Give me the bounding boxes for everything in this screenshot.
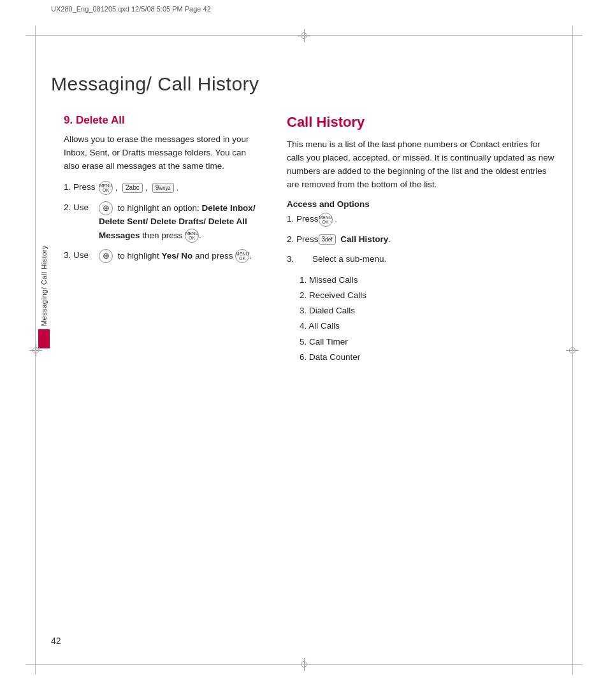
right-step-3-content: Select a sub-menu. — [312, 253, 557, 266]
right-section-heading: Call History — [287, 114, 557, 131]
sub-list-item-5: 5. Call Timer — [300, 334, 557, 350]
sub-list-item-4: 4. All Calls — [300, 318, 557, 334]
9wxyz-icon: 9wxyz — [152, 183, 174, 193]
sub-list: 1. Missed Calls 2. Received Calls 3. Dia… — [300, 273, 557, 366]
menu-ok-icon-1: MENUOK — [99, 181, 113, 195]
right-step-2: 2. Press 3 def Call History. — [287, 233, 557, 246]
menu-ok-icon-3: MENUOK — [235, 249, 249, 263]
page-border-top — [25, 35, 583, 36]
step-2-num: 2. Use — [64, 201, 99, 243]
right-step-3-num: 3. — [287, 253, 312, 266]
left-section-body: Allows you to erase the messages stored … — [64, 133, 261, 173]
right-step-1-content: MENUOK . — [319, 213, 557, 227]
2abc-icon: 2abc — [122, 183, 143, 193]
step-3: 3. Use ⊕ to highlight Yes/ No and press … — [64, 249, 261, 263]
nav-icon-3: ⊕ — [99, 249, 113, 263]
right-step-3: 3. Select a sub-menu. — [287, 253, 557, 266]
sub-list-item-1: 1. Missed Calls — [300, 273, 557, 288]
sidebar-bar — [38, 329, 50, 348]
sub-list-item-3: 3. Dialed Calls — [300, 303, 557, 318]
step-1-content: MENUOK , 2abc , 9wxyz . — [99, 181, 261, 195]
page-border-left — [35, 25, 36, 675]
sidebar-label: Messaging/ Call History — [40, 242, 48, 326]
step-1-num: 1. Press — [64, 181, 99, 195]
main-content: Messaging/ Call History 9. Delete All Al… — [51, 45, 557, 655]
step-2: 2. Use ⊕ to highlight an option: Delete … — [64, 201, 261, 243]
right-step-1: 1. Press MENUOK . — [287, 213, 557, 227]
crosshair-top — [298, 29, 310, 42]
right-step-2-num: 2. Press — [287, 233, 319, 246]
sidebar-tab: Messaging/ Call History — [36, 242, 52, 382]
right-step-1-num: 1. Press — [287, 213, 319, 227]
right-column: Call History This menu is a list of the … — [287, 114, 557, 365]
access-heading: Access and Options — [287, 199, 557, 209]
left-column: 9. Delete All Allows you to erase the me… — [64, 114, 261, 365]
header-bar: UX280_Eng_081205.qxd 12/5/08 5:05 PM Pag… — [51, 5, 557, 13]
right-step-2-content: 3 def Call History. — [319, 233, 557, 246]
page-border-right — [572, 25, 573, 675]
step-3-num: 3. Use — [64, 249, 99, 263]
3def-icon: 3 def — [319, 234, 336, 245]
header-text: UX280_Eng_081205.qxd 12/5/08 5:05 PM Pag… — [51, 5, 211, 13]
right-section-body: This menu is a list of the last phone nu… — [287, 138, 557, 192]
left-section-heading: 9. Delete All — [64, 114, 261, 127]
page-border-bottom — [25, 664, 583, 665]
sub-list-item-2: 2. Received Calls — [300, 288, 557, 303]
nav-icon-2: ⊕ — [99, 201, 113, 215]
step-2-content: ⊕ to highlight an option: Delete Inbox/ … — [99, 201, 261, 243]
two-column-layout: 9. Delete All Allows you to erase the me… — [64, 114, 557, 365]
menu-ok-icon-r1: MENUOK — [319, 213, 333, 227]
step-1: 1. Press MENUOK , 2abc , 9wxyz . — [64, 181, 261, 195]
menu-ok-icon-2: MENUOK — [185, 229, 199, 243]
step-3-content: ⊕ to highlight Yes/ No and press MENUOK. — [99, 249, 261, 263]
page-title: Messaging/ Call History — [51, 73, 557, 95]
page-number: 42 — [51, 636, 61, 646]
sub-list-item-6: 6. Data Counter — [300, 350, 557, 365]
